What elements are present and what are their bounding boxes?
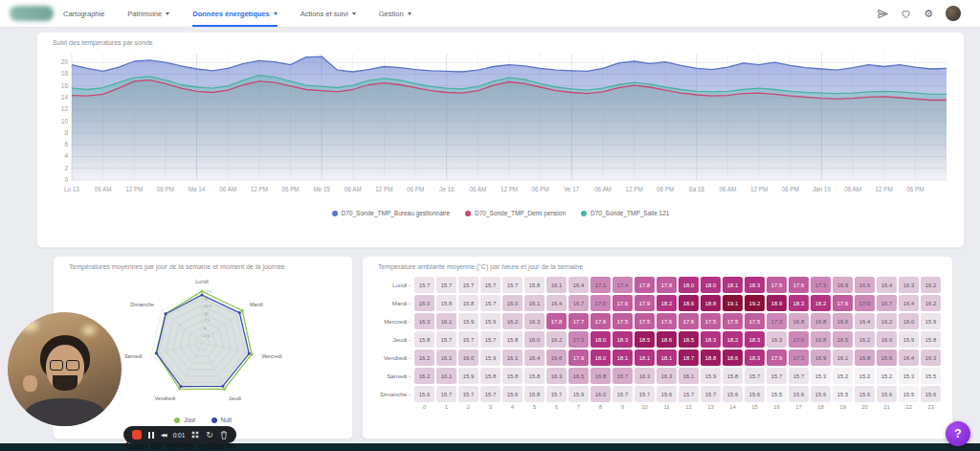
- heatmap-row: Jeudi -15.815.715.715.715.816.016.217.31…: [368, 331, 943, 348]
- heatmap-cell: 15.7: [458, 331, 479, 348]
- grid-icon[interactable]: [191, 431, 199, 439]
- trash-icon[interactable]: [220, 431, 228, 440]
- heatmap-cell: 15.5: [767, 386, 787, 402]
- heatmap-cell: 16.8: [590, 368, 611, 384]
- svg-text:06 AM: 06 AM: [345, 186, 362, 192]
- heatmap-cell: 15.8: [458, 295, 479, 311]
- gear-icon[interactable]: ⚙: [924, 9, 933, 19]
- line-chart: 02468101214161820Lu 1306 AM12 PM06 PMMa …: [45, 48, 956, 209]
- heatmap-cell: 15.7: [612, 386, 633, 402]
- heatmap-cell: 17.6: [590, 313, 611, 329]
- heatmap-row-label: Samedi -: [368, 372, 414, 379]
- svg-text:Sa 18: Sa 18: [689, 186, 705, 192]
- heatmap-hour-label: 6: [546, 404, 567, 410]
- help-button[interactable]: ?: [946, 421, 970, 446]
- heatmap-cell: 15.2: [833, 368, 853, 384]
- heatmap-row: Mardi -16.015.815.815.716.016.116.416.71…: [368, 295, 943, 311]
- heatmap-hour-label: 23: [921, 404, 941, 410]
- heatmap-cell: 17.5: [723, 313, 743, 329]
- heatmap: Lundi -15.715.715.715.715.715.816.116.41…: [363, 270, 952, 410]
- nav-item-cartographie[interactable]: Cartographie: [63, 0, 104, 27]
- heatmap-hour-label: 14: [723, 404, 743, 410]
- legend-item[interactable]: D70_Sonde_TMP_Demi pension: [465, 210, 566, 216]
- heatmap-cell: 15.9: [480, 350, 501, 366]
- heatmap-cell: 17.6: [679, 313, 699, 329]
- heatmap-cell: 18.7: [679, 350, 699, 366]
- heatmap-cell: 15.6: [657, 386, 677, 402]
- heatmap-cell: 16.6: [546, 350, 567, 366]
- heatmap-cell: 16.3: [657, 368, 677, 384]
- svg-text:Jan 19: Jan 19: [813, 186, 831, 192]
- heatmap-hour-label: 3: [480, 404, 501, 410]
- user-avatar[interactable]: [946, 6, 961, 21]
- heatmap-cell: 15.9: [899, 331, 919, 348]
- legend-item[interactable]: D70_Sonde_TMP_Bureau gestionnaire: [332, 210, 450, 216]
- heatmap-cell: 15.2: [877, 368, 897, 384]
- heatmap-cell: 17.8: [546, 313, 567, 329]
- app-logo[interactable]: [10, 6, 54, 21]
- series-dot: [332, 211, 338, 216]
- heatmap-cell: 19.2: [745, 295, 765, 311]
- nav-item-patrimoine[interactable]: Patrimoine: [127, 0, 169, 27]
- nav-item-donnees-energetiques[interactable]: Données énergétiques: [192, 0, 277, 27]
- heatmap-cell: 18.0: [679, 277, 699, 293]
- person-beard: [53, 375, 78, 391]
- heatmap-cell: 15.9: [701, 368, 721, 384]
- video-timer: 0:01: [173, 432, 186, 439]
- heatmap-hour-label: 16: [767, 404, 787, 410]
- legend-item[interactable]: Jour: [174, 417, 196, 423]
- heatmap-hour-label: 15: [745, 404, 765, 410]
- svg-text:6: 6: [64, 141, 68, 147]
- heatmap-cell: 18.6: [723, 350, 743, 366]
- heart-icon[interactable]: [901, 9, 911, 19]
- heatmap-hour-label: 2: [458, 404, 479, 410]
- heatmap-cell: 17.8: [635, 277, 655, 293]
- top-navigation-bar: Cartographie Patrimoine Données énergéti…: [0, 0, 980, 28]
- heatmap-cell: 16.5: [568, 368, 589, 384]
- heatmap-cell: 15.6: [789, 386, 809, 402]
- main-nav: Cartographie Patrimoine Données énergéti…: [63, 0, 412, 27]
- heatmap-cell: 16.2: [502, 313, 523, 329]
- heatmap-cell: 17.9: [568, 350, 589, 366]
- nav-label: Actions et suivi: [301, 10, 348, 18]
- send-icon[interactable]: [878, 9, 888, 19]
- pause-button[interactable]: [148, 432, 154, 439]
- heatmap-cell: 16.2: [877, 313, 897, 329]
- svg-text:10: 10: [61, 118, 69, 124]
- heatmap-cell: 16.0: [590, 386, 611, 402]
- svg-text:12 PM: 12 PM: [750, 186, 768, 192]
- heatmap-cell: 16.0: [414, 295, 434, 311]
- heatmap-cell: 15.8: [524, 368, 545, 384]
- heatmap-cell: 16.0: [899, 313, 919, 329]
- heatmap-cell: 16.8: [811, 331, 831, 348]
- svg-text:12 PM: 12 PM: [625, 186, 642, 192]
- heatmap-cell: 16.4: [877, 277, 897, 293]
- svg-text:Mardi: Mardi: [250, 302, 263, 307]
- legend-item[interactable]: D70_Sonde_TMP_Salle 121: [581, 210, 669, 216]
- legend-item[interactable]: Nuit: [212, 417, 233, 423]
- record-stop-button[interactable]: [132, 430, 142, 440]
- heatmap-cell: 16.8: [811, 313, 831, 329]
- heatmap-cell: 15.7: [436, 331, 457, 348]
- heatmap-cell: 17.6: [657, 313, 677, 329]
- rewind-icon[interactable]: ◀◀: [161, 432, 167, 438]
- heatmap-cell: 15.7: [480, 295, 501, 311]
- heatmap-cell: 16.3: [546, 368, 567, 384]
- heatmap-cell: 18.8: [701, 295, 721, 311]
- heatmap-cell: 15.9: [568, 386, 589, 402]
- heatmap-hour-label: 7: [568, 404, 589, 410]
- svg-text:16: 16: [61, 82, 69, 89]
- nav-item-actions-et-suivi[interactable]: Actions et suivi: [301, 0, 356, 27]
- nav-item-gestion[interactable]: Gestion: [379, 0, 412, 27]
- webcam-overlay[interactable]: [8, 312, 122, 426]
- heatmap-cell: 15.7: [458, 277, 479, 293]
- svg-text:4: 4: [64, 152, 68, 159]
- heatmap-cell: 18.0: [590, 331, 611, 348]
- heatmap-cell: 16.7: [568, 295, 589, 311]
- heatmap-cell: 15.7: [480, 386, 501, 402]
- heatmap-row-label: Lundi -: [368, 282, 414, 288]
- restart-icon[interactable]: ↻: [206, 431, 213, 440]
- heatmap-cell: 15.7: [502, 277, 523, 293]
- svg-text:2: 2: [64, 165, 68, 171]
- chevron-down-icon: [274, 12, 278, 15]
